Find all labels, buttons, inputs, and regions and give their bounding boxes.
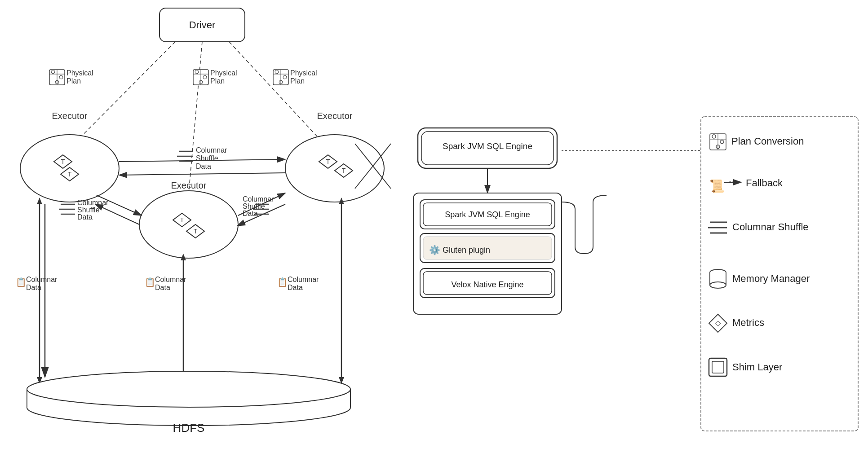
svg-text:Plan: Plan (210, 77, 225, 85)
svg-text:T: T (68, 171, 72, 178)
svg-text:Physical: Physical (66, 69, 93, 77)
svg-line-49 (119, 173, 285, 175)
svg-point-136 (710, 282, 726, 288)
svg-text:📋: 📋 (145, 277, 155, 287)
svg-rect-142 (712, 361, 724, 373)
svg-text:Columnar Shuffle: Columnar Shuffle (732, 221, 809, 233)
svg-point-96 (27, 371, 350, 407)
svg-text:Data: Data (26, 284, 41, 291)
svg-text:Gluten plugin: Gluten plugin (443, 246, 490, 255)
svg-text:Data: Data (288, 284, 303, 291)
svg-line-5 (229, 42, 328, 148)
svg-line-4 (189, 42, 202, 193)
svg-text:◇: ◇ (715, 319, 721, 327)
svg-text:T: T (326, 158, 330, 165)
svg-text:Data: Data (155, 284, 170, 291)
svg-text:Physical: Physical (210, 69, 237, 77)
svg-point-126 (735, 181, 737, 183)
svg-text:Fallback: Fallback (746, 177, 783, 189)
svg-text:Plan Conversion: Plan Conversion (731, 136, 804, 147)
svg-text:Metrics: Metrics (732, 317, 764, 328)
svg-point-125 (732, 181, 734, 183)
svg-text:Shuffle: Shuffle (243, 202, 265, 210)
svg-text:Velox Native Engine: Velox Native Engine (451, 280, 523, 289)
svg-text:Shuffle: Shuffle (196, 154, 218, 162)
svg-text:Shuffle: Shuffle (77, 206, 100, 214)
svg-line-57 (95, 204, 139, 224)
svg-line-3 (70, 42, 175, 148)
svg-marker-75 (37, 198, 42, 204)
svg-text:T: T (180, 216, 184, 224)
svg-point-124 (729, 181, 731, 183)
svg-text:T: T (61, 158, 65, 165)
svg-text:Executor: Executor (317, 111, 353, 121)
svg-text:HDFS: HDFS (173, 421, 205, 435)
svg-text:📋: 📋 (16, 277, 27, 287)
svg-text:T: T (342, 167, 346, 174)
svg-text:⚙️: ⚙️ (429, 245, 440, 255)
svg-text:Spark JVM SQL Engine: Spark JVM SQL Engine (445, 210, 530, 219)
svg-text:Columnar: Columnar (196, 146, 227, 154)
svg-text:Columnar: Columnar (26, 276, 58, 283)
svg-text:Executor: Executor (171, 180, 207, 190)
svg-text:Columnar: Columnar (288, 276, 319, 283)
svg-text:Plan: Plan (66, 77, 81, 85)
svg-text:Columnar: Columnar (155, 276, 186, 283)
svg-text:📜: 📜 (709, 179, 725, 193)
svg-text:Physical: Physical (290, 69, 317, 77)
svg-text:Columnar: Columnar (77, 199, 109, 207)
svg-text:Plan: Plan (290, 77, 305, 85)
svg-text:📋: 📋 (277, 277, 288, 287)
svg-text:Memory Manager: Memory Manager (732, 273, 810, 284)
svg-text:Spark JVM SQL Engine: Spark JVM SQL Engine (443, 141, 532, 151)
diagram-container: Driver Physical Plan Physical Plan (0, 0, 868, 457)
svg-point-36 (285, 135, 384, 202)
driver-label: Driver (189, 19, 216, 31)
svg-text:Data: Data (77, 213, 93, 221)
svg-text:Data: Data (243, 210, 258, 217)
svg-text:Columnar: Columnar (243, 195, 274, 203)
svg-text:Executor: Executor (52, 111, 88, 121)
architecture-diagram: Driver Physical Plan Physical Plan (0, 0, 868, 457)
svg-text:Shim Layer: Shim Layer (732, 361, 782, 373)
svg-text:T: T (194, 228, 198, 235)
svg-point-42 (139, 191, 238, 258)
svg-text:Data: Data (196, 163, 211, 170)
